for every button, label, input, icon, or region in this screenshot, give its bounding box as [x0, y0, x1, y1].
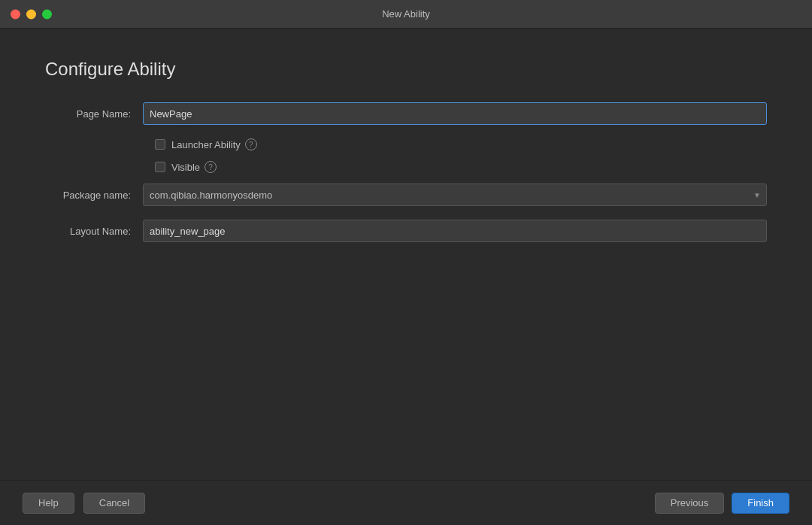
- finish-button[interactable]: Finish: [732, 493, 789, 514]
- window-controls: [11, 9, 52, 19]
- launcher-ability-checkbox[interactable]: [155, 139, 165, 150]
- footer-right-buttons: Previous Finish: [655, 493, 789, 514]
- package-name-row: Package name: com.qibiao.harmonyosdemo ▼: [45, 184, 767, 206]
- maximize-button[interactable]: [42, 9, 52, 19]
- visible-help-icon[interactable]: ?: [205, 161, 217, 173]
- minimize-button[interactable]: [26, 9, 36, 19]
- page-name-input[interactable]: [143, 102, 767, 125]
- package-name-select[interactable]: com.qibiao.harmonyosdemo: [143, 184, 767, 206]
- title-bar: New Ability: [0, 0, 812, 29]
- cancel-button[interactable]: Cancel: [83, 493, 145, 514]
- launcher-ability-label: Launcher Ability: [171, 139, 241, 150]
- page-heading: Configure Ability: [45, 59, 767, 80]
- main-content: Configure Ability Page Name: Launcher Ab…: [0, 29, 812, 480]
- page-name-row: Page Name:: [45, 102, 767, 125]
- close-button[interactable]: [11, 9, 20, 19]
- previous-button[interactable]: Previous: [655, 493, 725, 514]
- visible-row: Visible ?: [155, 161, 767, 173]
- window-title: New Ability: [382, 8, 430, 20]
- layout-name-row: Layout Name:: [45, 220, 767, 242]
- launcher-ability-row: Launcher Ability ?: [155, 138, 767, 150]
- footer: Help Cancel Previous Finish: [0, 480, 812, 525]
- page-name-label: Page Name:: [45, 108, 143, 120]
- help-button[interactable]: Help: [23, 493, 74, 514]
- layout-name-label: Layout Name:: [45, 226, 143, 237]
- layout-name-input[interactable]: [143, 220, 767, 242]
- package-name-select-wrapper: com.qibiao.harmonyosdemo ▼: [143, 184, 767, 206]
- visible-checkbox[interactable]: [155, 162, 165, 172]
- package-name-label: Package name:: [45, 190, 143, 201]
- launcher-ability-help-icon[interactable]: ?: [245, 138, 257, 150]
- footer-left-buttons: Help Cancel: [23, 493, 145, 514]
- visible-label: Visible: [171, 162, 200, 173]
